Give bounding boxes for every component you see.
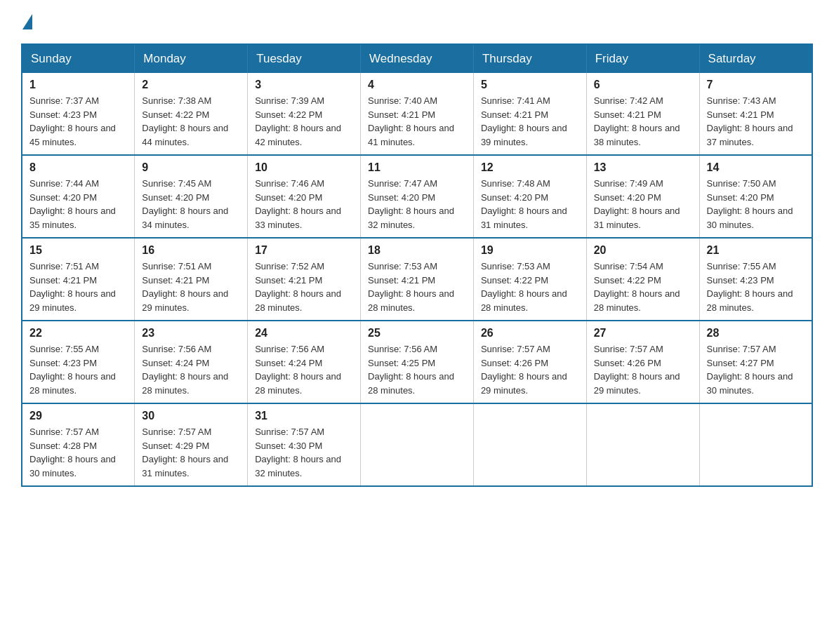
weekday-header-thursday: Thursday — [473, 44, 586, 73]
calendar-cell: 22 Sunrise: 7:55 AM Sunset: 4:23 PM Dayl… — [22, 321, 135, 403]
calendar-cell: 29 Sunrise: 7:57 AM Sunset: 4:28 PM Dayl… — [22, 403, 135, 486]
calendar-cell — [699, 403, 812, 486]
week-row-4: 22 Sunrise: 7:55 AM Sunset: 4:23 PM Dayl… — [22, 321, 812, 403]
day-info: Sunrise: 7:44 AM Sunset: 4:20 PM Dayligh… — [29, 177, 127, 232]
day-number: 1 — [29, 79, 127, 91]
logo — [21, 14, 34, 29]
week-row-3: 15 Sunrise: 7:51 AM Sunset: 4:21 PM Dayl… — [22, 238, 812, 321]
day-number: 14 — [707, 161, 805, 174]
weekday-header-tuesday: Tuesday — [248, 44, 361, 73]
calendar-cell: 2 Sunrise: 7:38 AM Sunset: 4:22 PM Dayli… — [135, 73, 248, 155]
calendar-cell: 28 Sunrise: 7:57 AM Sunset: 4:27 PM Dayl… — [699, 321, 812, 403]
calendar-cell: 23 Sunrise: 7:56 AM Sunset: 4:24 PM Dayl… — [135, 321, 248, 403]
day-info: Sunrise: 7:55 AM Sunset: 4:23 PM Dayligh… — [707, 260, 805, 314]
day-info: Sunrise: 7:51 AM Sunset: 4:21 PM Dayligh… — [29, 260, 127, 314]
day-info: Sunrise: 7:39 AM Sunset: 4:22 PM Dayligh… — [255, 94, 353, 149]
day-number: 15 — [29, 244, 127, 257]
day-number: 2 — [142, 79, 240, 91]
day-info: Sunrise: 7:41 AM Sunset: 4:21 PM Dayligh… — [481, 94, 579, 149]
day-number: 7 — [707, 79, 805, 91]
calendar-cell: 15 Sunrise: 7:51 AM Sunset: 4:21 PM Dayl… — [22, 238, 135, 321]
day-info: Sunrise: 7:53 AM Sunset: 4:22 PM Dayligh… — [481, 260, 579, 314]
day-number: 19 — [481, 244, 579, 257]
day-number: 3 — [255, 79, 353, 91]
weekday-header-monday: Monday — [135, 44, 248, 73]
day-number: 10 — [255, 161, 353, 174]
calendar-cell: 31 Sunrise: 7:57 AM Sunset: 4:30 PM Dayl… — [248, 403, 361, 486]
calendar-cell: 21 Sunrise: 7:55 AM Sunset: 4:23 PM Dayl… — [699, 238, 812, 321]
day-info: Sunrise: 7:56 AM Sunset: 4:24 PM Dayligh… — [255, 342, 353, 397]
calendar-cell: 3 Sunrise: 7:39 AM Sunset: 4:22 PM Dayli… — [248, 73, 361, 155]
day-number: 28 — [707, 327, 805, 340]
calendar-cell: 16 Sunrise: 7:51 AM Sunset: 4:21 PM Dayl… — [135, 238, 248, 321]
calendar-cell: 30 Sunrise: 7:57 AM Sunset: 4:29 PM Dayl… — [135, 403, 248, 486]
day-info: Sunrise: 7:50 AM Sunset: 4:20 PM Dayligh… — [707, 177, 805, 232]
day-number: 24 — [255, 327, 353, 340]
calendar-cell: 17 Sunrise: 7:52 AM Sunset: 4:21 PM Dayl… — [248, 238, 361, 321]
calendar-cell: 11 Sunrise: 7:47 AM Sunset: 4:20 PM Dayl… — [361, 155, 474, 238]
day-info: Sunrise: 7:55 AM Sunset: 4:23 PM Dayligh… — [29, 342, 127, 397]
logo-triangle-icon — [22, 14, 32, 29]
day-number: 9 — [142, 161, 240, 174]
weekday-header-sunday: Sunday — [22, 44, 135, 73]
day-number: 5 — [481, 79, 579, 91]
calendar-cell: 19 Sunrise: 7:53 AM Sunset: 4:22 PM Dayl… — [473, 238, 586, 321]
day-number: 22 — [29, 327, 127, 340]
day-info: Sunrise: 7:53 AM Sunset: 4:21 PM Dayligh… — [368, 260, 466, 314]
weekday-header-friday: Friday — [586, 44, 699, 73]
day-number: 4 — [368, 79, 466, 91]
calendar-cell — [473, 403, 586, 486]
day-info: Sunrise: 7:38 AM Sunset: 4:22 PM Dayligh… — [142, 94, 240, 149]
day-info: Sunrise: 7:57 AM Sunset: 4:26 PM Dayligh… — [594, 342, 692, 397]
calendar-cell: 4 Sunrise: 7:40 AM Sunset: 4:21 PM Dayli… — [361, 73, 474, 155]
day-info: Sunrise: 7:57 AM Sunset: 4:28 PM Dayligh… — [29, 425, 127, 480]
day-number: 30 — [142, 410, 240, 422]
day-info: Sunrise: 7:57 AM Sunset: 4:27 PM Dayligh… — [707, 342, 805, 397]
weekday-header-wednesday: Wednesday — [361, 44, 474, 73]
day-info: Sunrise: 7:56 AM Sunset: 4:24 PM Dayligh… — [142, 342, 240, 397]
day-info: Sunrise: 7:57 AM Sunset: 4:30 PM Dayligh… — [255, 425, 353, 480]
day-number: 12 — [481, 161, 579, 174]
day-number: 17 — [255, 244, 353, 257]
day-info: Sunrise: 7:42 AM Sunset: 4:21 PM Dayligh… — [594, 94, 692, 149]
day-number: 18 — [368, 244, 466, 257]
calendar-cell: 24 Sunrise: 7:56 AM Sunset: 4:24 PM Dayl… — [248, 321, 361, 403]
day-info: Sunrise: 7:54 AM Sunset: 4:22 PM Dayligh… — [594, 260, 692, 314]
calendar-cell: 8 Sunrise: 7:44 AM Sunset: 4:20 PM Dayli… — [22, 155, 135, 238]
day-info: Sunrise: 7:49 AM Sunset: 4:20 PM Dayligh… — [594, 177, 692, 232]
calendar-cell: 1 Sunrise: 7:37 AM Sunset: 4:23 PM Dayli… — [22, 73, 135, 155]
day-info: Sunrise: 7:52 AM Sunset: 4:21 PM Dayligh… — [255, 260, 353, 314]
calendar-cell — [361, 403, 474, 486]
day-info: Sunrise: 7:46 AM Sunset: 4:20 PM Dayligh… — [255, 177, 353, 232]
day-number: 11 — [368, 161, 466, 174]
day-info: Sunrise: 7:40 AM Sunset: 4:21 PM Dayligh… — [368, 94, 466, 149]
day-number: 29 — [29, 410, 127, 422]
calendar-cell: 9 Sunrise: 7:45 AM Sunset: 4:20 PM Dayli… — [135, 155, 248, 238]
day-number: 31 — [255, 410, 353, 422]
day-number: 23 — [142, 327, 240, 340]
calendar-cell: 27 Sunrise: 7:57 AM Sunset: 4:26 PM Dayl… — [586, 321, 699, 403]
calendar-cell: 5 Sunrise: 7:41 AM Sunset: 4:21 PM Dayli… — [473, 73, 586, 155]
day-number: 6 — [594, 79, 692, 91]
calendar-cell: 10 Sunrise: 7:46 AM Sunset: 4:20 PM Dayl… — [248, 155, 361, 238]
day-info: Sunrise: 7:56 AM Sunset: 4:25 PM Dayligh… — [368, 342, 466, 397]
day-number: 16 — [142, 244, 240, 257]
day-info: Sunrise: 7:47 AM Sunset: 4:20 PM Dayligh… — [368, 177, 466, 232]
calendar-cell — [586, 403, 699, 486]
weekday-header-saturday: Saturday — [699, 44, 812, 73]
day-number: 27 — [594, 327, 692, 340]
day-number: 26 — [481, 327, 579, 340]
calendar-cell: 13 Sunrise: 7:49 AM Sunset: 4:20 PM Dayl… — [586, 155, 699, 238]
calendar-cell: 26 Sunrise: 7:57 AM Sunset: 4:26 PM Dayl… — [473, 321, 586, 403]
calendar-cell: 6 Sunrise: 7:42 AM Sunset: 4:21 PM Dayli… — [586, 73, 699, 155]
calendar-cell: 25 Sunrise: 7:56 AM Sunset: 4:25 PM Dayl… — [361, 321, 474, 403]
day-info: Sunrise: 7:51 AM Sunset: 4:21 PM Dayligh… — [142, 260, 240, 314]
calendar-cell: 20 Sunrise: 7:54 AM Sunset: 4:22 PM Dayl… — [586, 238, 699, 321]
day-info: Sunrise: 7:48 AM Sunset: 4:20 PM Dayligh… — [481, 177, 579, 232]
day-info: Sunrise: 7:37 AM Sunset: 4:23 PM Dayligh… — [29, 94, 127, 149]
header — [21, 14, 813, 29]
day-number: 13 — [594, 161, 692, 174]
day-info: Sunrise: 7:57 AM Sunset: 4:26 PM Dayligh… — [481, 342, 579, 397]
day-info: Sunrise: 7:57 AM Sunset: 4:29 PM Dayligh… — [142, 425, 240, 480]
calendar-table: SundayMondayTuesdayWednesdayThursdayFrid… — [21, 43, 813, 487]
